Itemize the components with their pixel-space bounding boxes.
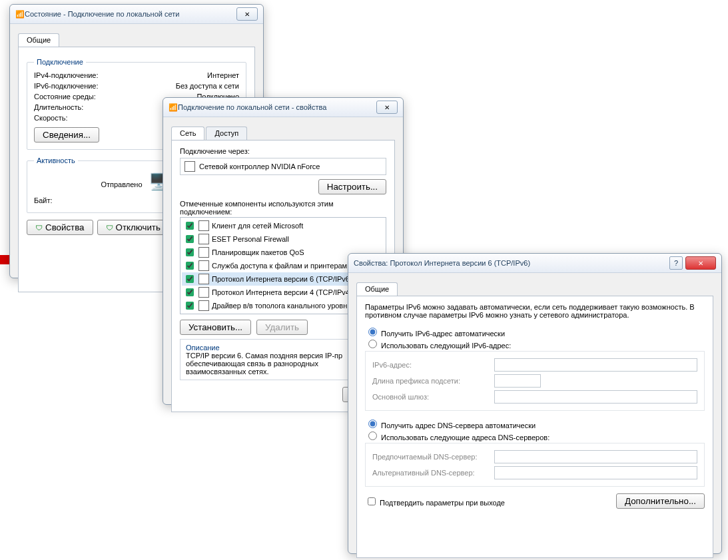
close-button[interactable]: ✕ [376,101,398,114]
component-icon [198,234,209,244]
gateway-input[interactable] [494,390,697,404]
window-icon: 📶 [169,103,178,112]
component-icon [198,300,209,311]
window-title: Состояние - Подключение по локальной сет… [25,10,234,18]
install-button[interactable]: Установить... [180,320,251,335]
help-button[interactable]: ? [669,256,683,270]
advanced-button[interactable]: Дополнительно... [616,493,705,509]
tab-access[interactable]: Доступ [206,127,247,140]
nic-icon [184,161,195,172]
close-button[interactable]: ✕ [685,256,716,270]
radio-manual-ip[interactable]: Использовать следующий IPv6-адрес: [365,342,511,350]
radio-auto-ip[interactable]: Получить IPv6-адрес автоматически [365,330,505,338]
window-title: Свойства: Протокол Интернета версии 6 (T… [354,259,669,267]
shield-icon: 🛡 [106,224,113,232]
window-ipv6-properties: Свойства: Протокол Интернета версии 6 (T… [348,253,722,554]
window-title: Подключение по локальной сети - свойства [178,103,374,111]
prefix-input[interactable] [494,374,541,388]
shield-icon: 🛡 [35,224,43,232]
component-icon [198,287,209,298]
configure-button[interactable]: Настроить... [318,179,386,194]
window-icon: 📶 [15,10,25,19]
dns2-input[interactable] [494,466,697,479]
remove-button[interactable]: Удалить [256,320,308,335]
list-item: Клиент для сетей Microsoft [182,219,384,232]
component-icon [198,314,209,314]
radio-auto-dns[interactable]: Получить адрес DNS-сервера автоматически [365,421,536,429]
dns1-input[interactable] [494,450,697,463]
list-item: ESET Personal Firewall [182,232,384,246]
component-icon [198,247,209,258]
tab-general[interactable]: Общие [18,33,59,47]
properties-button[interactable]: 🛡Свойства [27,220,93,235]
intro-text: Параметры IPv6 можно задавать автоматиче… [365,303,705,319]
details-button[interactable]: Сведения... [34,127,99,142]
component-icon [198,274,209,284]
component-icon [198,220,209,231]
tab-network[interactable]: Сеть [171,127,204,140]
adapter-box: Сетевой контроллер NVIDIA nForce [180,158,386,175]
close-button[interactable]: ✕ [236,7,258,21]
ipv6-address-input[interactable] [494,358,697,372]
disable-button[interactable]: 🛡Отключить [97,220,169,235]
component-icon [198,260,209,271]
validate-checkbox[interactable]: Подтвердить параметры при выходе [365,495,505,507]
radio-manual-dns[interactable]: Использовать следующие адреса DNS-сервер… [365,433,549,441]
tab-general[interactable]: Общие [356,282,398,296]
